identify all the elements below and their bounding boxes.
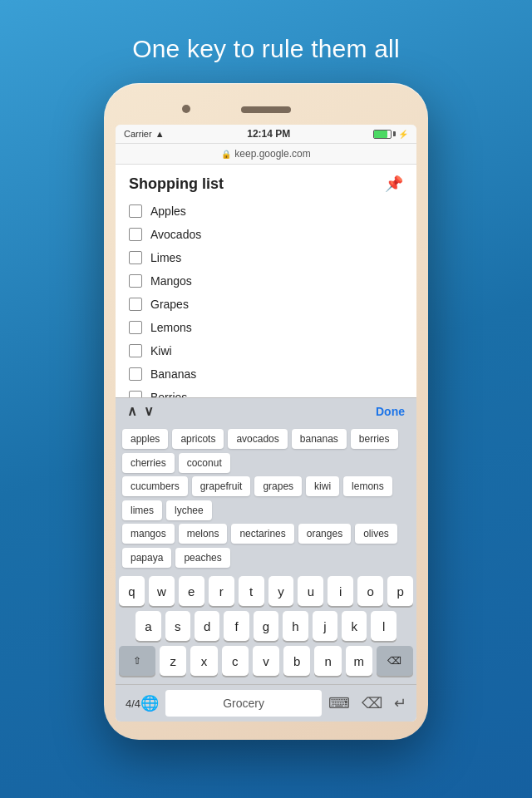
key-v[interactable]: v — [253, 646, 279, 676]
chip-berries[interactable]: berries — [351, 429, 398, 449]
checkbox-bananas[interactable] — [129, 367, 142, 381]
chip-lychee[interactable]: lychee — [166, 500, 212, 520]
camera-dot — [182, 105, 190, 113]
chip-apricots[interactable]: apricots — [172, 429, 224, 449]
chip-olives[interactable]: olives — [355, 524, 397, 544]
space-key[interactable]: Grocery — [165, 690, 322, 717]
chip-melons[interactable]: melons — [179, 524, 228, 544]
status-time: 12:14 PM — [247, 128, 290, 140]
keyboard-page-count: 4/4 — [126, 697, 140, 710]
checkbox-berries[interactable] — [129, 391, 142, 397]
list-item[interactable]: Mangos — [116, 269, 416, 293]
list-item[interactable]: Limes — [116, 246, 416, 269]
list-item[interactable]: Bananas — [116, 362, 416, 386]
pin-icon[interactable]: 📌 — [385, 175, 403, 193]
key-f[interactable]: f — [224, 611, 249, 641]
keyboard-row-3: ⇧ z x c v b n m ⌫ — [119, 646, 413, 676]
nav-arrows: ∧ ∨ — [127, 403, 154, 419]
chip-limes[interactable]: limes — [122, 500, 162, 520]
key-o[interactable]: o — [357, 576, 383, 606]
globe-icon[interactable]: 🌐 — [140, 694, 159, 712]
list-item[interactable]: Kiwi — [116, 339, 416, 362]
carrier-label: Carrier — [124, 129, 152, 139]
keyboard-row-2: a s d f g h j k l — [119, 611, 413, 641]
key-q[interactable]: q — [119, 576, 145, 606]
suggestions-done-button[interactable]: Done — [376, 405, 405, 418]
list-item[interactable]: Lemons — [116, 316, 416, 339]
key-x[interactable]: x — [190, 646, 217, 676]
key-d[interactable]: d — [195, 611, 219, 641]
key-h[interactable]: h — [283, 611, 308, 641]
chip-grapes[interactable]: grapes — [254, 476, 302, 496]
chip-cherries[interactable]: cherries — [122, 453, 175, 473]
list-item[interactable]: Avocados — [116, 223, 416, 246]
key-g[interactable]: g — [254, 611, 278, 641]
chip-grapefruit[interactable]: grapefruit — [192, 476, 251, 496]
item-label-avocados: Avocados — [150, 228, 201, 241]
key-j[interactable]: j — [313, 611, 337, 641]
checkbox-kiwi[interactable] — [129, 344, 142, 357]
keyboard-area: q w e r t y u i o p a s d f g h j k — [116, 573, 416, 684]
chip-bananas[interactable]: bananas — [292, 429, 347, 449]
chip-cucumbers[interactable]: cucumbers — [122, 476, 188, 496]
keyboard-icon[interactable]: ⌨ — [328, 694, 350, 712]
chip-peaches[interactable]: peaches — [175, 548, 229, 568]
list-item[interactable]: Berries — [116, 386, 416, 397]
note-area: Shopping list 📌 Apples Avocados Limes Ma… — [116, 165, 416, 397]
key-u[interactable]: u — [298, 576, 323, 606]
checkbox-avocados[interactable] — [129, 228, 142, 241]
url-text: keep.google.com — [234, 148, 310, 160]
chip-avocados[interactable]: avocados — [228, 429, 287, 449]
autocomplete-row-1: apples apricots avocados bananas berries… — [122, 427, 410, 475]
return-key[interactable]: ↵ — [394, 694, 406, 712]
key-k[interactable]: k — [342, 611, 367, 641]
screen: Carrier ▲ 12:14 PM ⚡ 🔒 keep.google.com — [116, 125, 416, 722]
key-e[interactable]: e — [179, 576, 204, 606]
checkbox-grapes[interactable] — [129, 298, 142, 311]
item-label-bananas: Bananas — [150, 367, 196, 381]
list-item[interactable]: Apples — [116, 200, 416, 223]
checkbox-lemons[interactable] — [129, 321, 142, 334]
url-bar[interactable]: 🔒 keep.google.com — [116, 144, 416, 165]
checkbox-limes[interactable] — [129, 251, 142, 264]
chip-apples[interactable]: apples — [122, 429, 168, 449]
chip-lemons[interactable]: lemons — [343, 476, 392, 496]
status-left: Carrier ▲ — [124, 129, 165, 139]
item-label-berries: Berries — [150, 391, 187, 397]
item-label-mangos: Mangos — [150, 274, 192, 288]
key-r[interactable]: r — [209, 576, 234, 606]
key-a[interactable]: a — [135, 611, 160, 641]
status-right: ⚡ — [373, 130, 408, 139]
wifi-icon: ▲ — [155, 129, 165, 139]
key-w[interactable]: w — [149, 576, 175, 606]
keyboard-row-1: q w e r t y u i o p — [119, 576, 413, 606]
chip-papaya[interactable]: papaya — [122, 548, 171, 568]
checkbox-mangos[interactable] — [129, 274, 142, 288]
key-n[interactable]: n — [314, 646, 341, 676]
key-p[interactable]: p — [387, 576, 413, 606]
key-m[interactable]: m — [346, 646, 372, 676]
key-t[interactable]: t — [239, 576, 264, 606]
chip-kiwi[interactable]: kiwi — [306, 476, 339, 496]
phone-top — [116, 95, 416, 125]
key-z[interactable]: z — [160, 646, 186, 676]
key-l[interactable]: l — [371, 611, 396, 641]
chip-mangos[interactable]: mangos — [122, 524, 175, 544]
item-label-grapes: Grapes — [150, 298, 189, 311]
chip-coconut[interactable]: coconut — [179, 453, 230, 473]
chip-oranges[interactable]: oranges — [298, 524, 351, 544]
chip-nectarines[interactable]: nectarines — [231, 524, 293, 544]
key-b[interactable]: b — [283, 646, 310, 676]
item-label-kiwi: Kiwi — [150, 344, 172, 357]
arrow-up-button[interactable]: ∧ — [127, 403, 137, 419]
key-c[interactable]: c — [222, 646, 249, 676]
key-s[interactable]: s — [165, 611, 190, 641]
arrow-down-button[interactable]: ∨ — [144, 403, 154, 419]
checkbox-apples[interactable] — [129, 204, 142, 218]
key-i[interactable]: i — [328, 576, 353, 606]
key-y[interactable]: y — [268, 576, 294, 606]
backspace-key[interactable]: ⌫ — [377, 646, 413, 676]
delete-icon[interactable]: ⌫ — [362, 694, 382, 712]
list-item[interactable]: Grapes — [116, 293, 416, 316]
shift-key[interactable]: ⇧ — [119, 646, 155, 676]
